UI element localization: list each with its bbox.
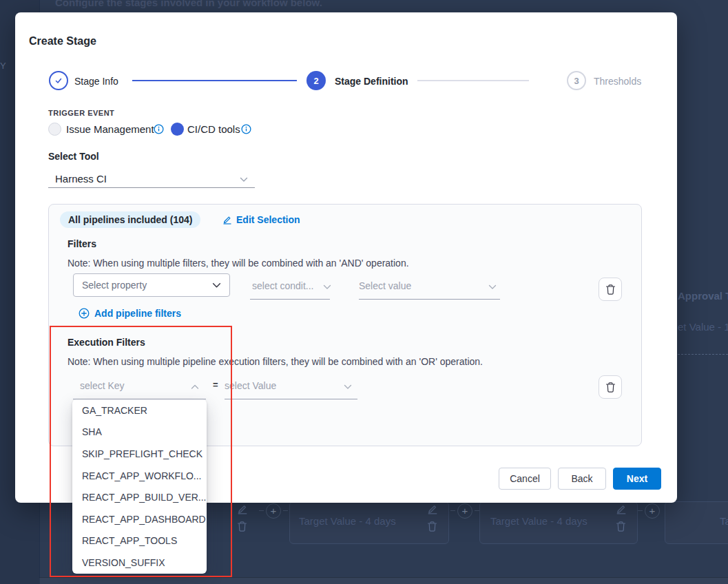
connector-dash [259,510,264,511]
property-select-placeholder: Select property [82,280,147,291]
screen: Configure the stages involved in your wo… [0,0,728,584]
dropdown-option[interactable]: REACT_APP_TOOLS [72,530,207,552]
tool-select-value[interactable]: Harness CI [55,173,107,185]
step-2-indicator[interactable]: 2 [306,71,326,90]
delete-execution-filter-button[interactable] [599,375,622,399]
dropdown-option[interactable]: VERSION_SUFFIX [72,552,207,574]
cancel-button[interactable]: Cancel [499,468,551,490]
chevron-down-icon[interactable] [323,284,331,290]
step-3-label[interactable]: Thresholds [594,76,641,87]
filters-heading: Filters [67,238,96,249]
edit-icon [616,503,627,517]
trash-icon [605,284,616,295]
value-select-underline [359,299,500,300]
step-1-indicator[interactable] [49,71,68,90]
trash-icon [616,521,626,535]
background-target-value-fragment: et Value - 1 [678,321,728,333]
dropdown-option[interactable]: SKIP_PREFLIGHT_CHECK [72,443,207,465]
trash-icon [427,521,437,535]
select-tool-label: Select Tool [48,151,99,162]
chevron-up-icon[interactable] [191,384,199,390]
value-select-placeholder[interactable]: Select value [359,280,411,291]
delete-filter-button[interactable] [599,278,622,301]
dropdown-option[interactable]: GA_TRACKER [72,399,207,421]
step-1-label[interactable]: Stage Info [74,76,118,87]
background-bottom-bar [39,577,728,584]
add-stage-icon: + [645,503,660,519]
pipelines-included-badge: All pipelines included (104) [60,211,200,228]
equals-sign: = [213,379,218,390]
add-pipeline-filters-label: Add pipeline filters [94,308,181,319]
chevron-down-icon[interactable] [240,177,248,182]
radio-cicd-tools[interactable] [171,123,184,136]
filters-note: Note: When using multiple filters, they … [67,258,409,269]
condition-select-underline [250,299,330,300]
property-select[interactable]: Select property [73,273,230,297]
chevron-down-icon[interactable] [488,284,497,290]
stage-card-label: Target Value - 4 days [299,515,396,527]
exec-value-select-underline [225,399,357,399]
step-3-indicator[interactable]: 3 [567,71,586,90]
edit-icon [237,503,248,517]
connector-dash [638,510,643,511]
execution-filters-heading: Execution Filters [67,337,145,348]
stage-card-label: Target Value - 4 days [720,515,728,527]
condition-select-placeholder[interactable]: select condit... [252,280,314,291]
add-stage-icon: + [457,503,472,519]
stage-card-label: Target Value - 4 days [490,515,587,527]
connector-dash [450,510,455,511]
tool-select-underline [48,187,255,188]
next-button[interactable]: Next [613,468,661,490]
radio-cicd-tools-label[interactable]: CI/CD tools [187,123,240,135]
trash-icon [237,521,247,535]
background-left-fragment: Y [0,61,6,71]
stepper-connector-done [132,80,297,81]
back-button[interactable]: Back [558,468,606,490]
check-icon [54,76,63,85]
radio-issue-management-label[interactable]: Issue Management [66,123,154,135]
trigger-event-label: TRIGGER EVENT [48,109,114,117]
background-subtitle: Configure the stages involved in your wo… [55,0,322,8]
dropdown-option[interactable]: SHA [72,421,207,444]
modal-title: Create Stage [29,35,96,48]
dropdown-option[interactable]: REACT_APP_DASHBOARD [72,508,207,530]
info-icon[interactable] [154,124,164,134]
edit-icon [427,503,438,517]
background-dashed-divider [678,354,728,355]
add-stage-icon: + [266,503,281,519]
exec-value-select-placeholder[interactable]: select Value [225,380,276,391]
add-pipeline-filters-link[interactable]: Add pipeline filters [79,308,181,319]
edit-icon [222,215,232,225]
key-options-list: GA_TRACKERSHASKIP_PREFLIGHT_CHECKREACT_A… [72,399,207,574]
key-select-placeholder[interactable]: select Key [80,380,125,391]
info-icon[interactable] [241,124,251,134]
edit-selection-label: Edit Selection [236,214,300,225]
dropdown-option[interactable]: REACT_APP_WORKFLO... [72,465,207,487]
stepper-connector-pending [417,80,529,81]
connector-dash [283,510,288,511]
step-2-label[interactable]: Stage Definition [335,76,408,87]
dropdown-option[interactable]: REACT_APP_BUILD_VER... [72,486,207,508]
radio-issue-management[interactable] [48,123,61,136]
trash-icon [605,382,616,393]
plus-circle-icon [79,308,90,319]
chevron-down-icon[interactable] [344,384,352,390]
background-approval-heading: Approval Ti [678,290,728,302]
background-stage-card [665,501,728,544]
execution-filters-note: Note: When using multiple pipeline execu… [67,356,483,367]
connector-dash [475,510,479,511]
chevron-down-icon [212,282,221,289]
key-options-dropdown: GA_TRACKERSHASKIP_PREFLIGHT_CHECKREACT_A… [72,399,207,574]
edit-selection-link[interactable]: Edit Selection [222,214,300,225]
